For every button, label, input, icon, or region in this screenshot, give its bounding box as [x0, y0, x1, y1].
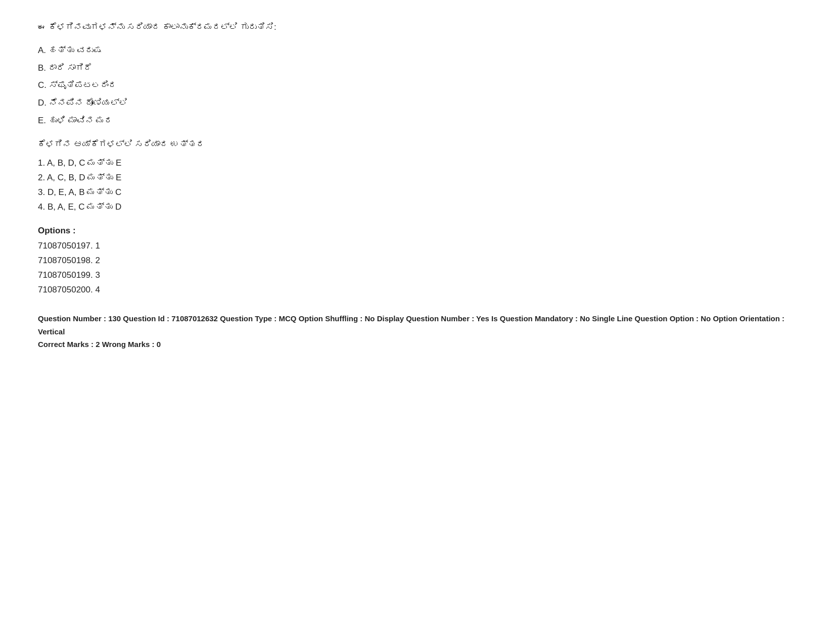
option-d: D. ನೆನಪಿನ ದೋಣಿಯಲ್ಲಿ	[38, 95, 796, 111]
option-e: E. ಹುಳಿ ಮಾವಿನ ಮರ	[38, 113, 796, 129]
answer-1: 1. A, B, D, C ಮತ್ತು E	[38, 156, 796, 171]
answer-2: 2. A, C, B, D ಮತ್ತು E	[38, 171, 796, 185]
option-code-1: 71087050197. 1	[38, 239, 796, 254]
option-code-2: 71087050198. 2	[38, 254, 796, 268]
question-container: ಈ ಕೆಳಗಿನವುಗಳನ್ನು ಸರಿಯಾದ ಕಾಲಾನುಕ್ರಮದಲ್ಲಿ …	[38, 20, 796, 351]
option-codes-list: 71087050197. 1 71087050198. 2 7108705019…	[38, 239, 796, 298]
answer-4: 4. B, A, E, C ಮತ್ತು D	[38, 200, 796, 215]
option-code-4: 71087050200. 4	[38, 283, 796, 298]
answers-list: 1. A, B, D, C ಮತ್ತು E 2. A, C, B, D ಮತ್ತ…	[38, 156, 796, 215]
question-marks: Correct Marks : 2 Wrong Marks : 0	[38, 338, 796, 351]
options-heading: Options :	[38, 226, 796, 236]
question-meta-text: Question Number : 130 Question Id : 7108…	[38, 312, 796, 338]
question-meta-block: Question Number : 130 Question Id : 7108…	[38, 312, 796, 351]
question-instruction: ಈ ಕೆಳಗಿನವುಗಳನ್ನು ಸರಿಯಾದ ಕಾಲಾನುಕ್ರಮದಲ್ಲಿ …	[38, 20, 796, 34]
answer-3: 3. D, E, A, B ಮತ್ತು C	[38, 185, 796, 200]
answer-label: ಕೆಳಗಿನ ಆಯ್ಕೆಗಳಲ್ಲಿ ಸರಿಯಾದ ಉತ್ತರ	[38, 137, 796, 151]
option-b: B. ದಾರಿ ಸಾಗಿದೆ	[38, 61, 796, 76]
option-a: A. ಹತ್ತು ವರುಷ	[38, 43, 796, 59]
option-code-3: 71087050199. 3	[38, 268, 796, 283]
option-c: C. ಸ್ಫೃತಿಪಟಲದಿಂದ	[38, 78, 796, 93]
